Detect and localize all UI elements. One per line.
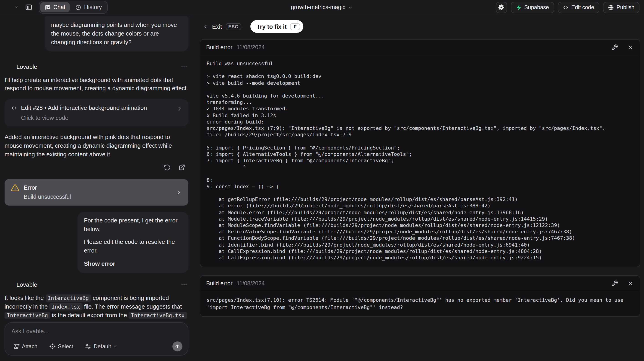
panel-header: Build error 11/08/2024 — [200, 40, 640, 55]
panel-left-icon — [25, 4, 32, 11]
debug-tools-button[interactable] — [611, 280, 618, 287]
panel-title: Build error — [206, 280, 232, 287]
lovable-diagnosis-text: It looks like the InteractiveBg componen… — [4, 294, 188, 319]
error-card-title: Error — [24, 184, 37, 191]
chevron-down-icon — [14, 5, 19, 9]
lovable-heart-icon — [4, 3, 13, 11]
close-panel-button[interactable] — [627, 280, 634, 287]
edit-card-28[interactable]: Edit #28 • Add interactive background an… — [4, 99, 188, 126]
exit-label: Exit — [212, 23, 222, 30]
edit-code-label: Edit code — [571, 4, 594, 10]
edit-card-title: Edit #28 • Add interactive background an… — [21, 104, 147, 111]
user-message-line: Please edit the code to resolve the erro… — [84, 238, 182, 255]
message-menu-button[interactable] — [179, 62, 188, 71]
chat-input[interactable] — [10, 327, 184, 335]
debug-tools-button[interactable] — [611, 43, 618, 51]
external-link-icon — [178, 164, 185, 171]
chevron-right-icon — [176, 189, 182, 196]
open-preview-button[interactable] — [178, 164, 186, 172]
error-card-subtitle: Build unsuccessful — [24, 194, 182, 200]
show-error-link[interactable]: Show error — [84, 260, 182, 269]
chat-history-tab-group: Chat History — [39, 1, 108, 14]
chevron-down-icon — [113, 344, 118, 349]
build-error-card[interactable]: Error Build unsuccessful — [4, 179, 188, 206]
message-actions — [4, 164, 188, 172]
ellipsis-icon — [180, 63, 187, 70]
close-icon — [627, 44, 634, 50]
chat-message-list[interactable]: maybe diagramming points and when you mo… — [0, 15, 193, 319]
user-message-text: maybe diagramming points and when you mo… — [51, 21, 182, 47]
close-panel-button[interactable] — [627, 43, 634, 51]
app-window: Chat History growth-metrics-magic Supaba… — [0, 0, 644, 361]
tab-chat-label: Chat — [53, 4, 66, 10]
settings-button[interactable] — [496, 1, 507, 13]
supabase-button[interactable]: Supabase — [510, 1, 554, 13]
supabase-bolt-icon — [516, 4, 522, 10]
crosshair-icon — [49, 343, 56, 350]
attach-label: Attach — [22, 343, 38, 350]
image-attach-icon — [13, 343, 20, 350]
mode-dropdown[interactable]: Default — [82, 343, 121, 350]
publish-button[interactable]: Publish — [603, 1, 640, 13]
panel-header: Build error 11/08/2024 — [200, 276, 640, 292]
publish-label: Publish — [616, 4, 634, 10]
warning-triangle-icon — [11, 184, 19, 192]
build-error-panel-2: Build error 11/08/2024 src/pages/Index.t… — [200, 276, 640, 317]
chevron-left-icon — [202, 23, 208, 29]
code-brackets-icon — [562, 4, 568, 10]
try-to-fix-label: Try to fix it — [256, 23, 286, 30]
edit-code-button[interactable]: Edit code — [558, 1, 599, 13]
rotate-ccw-icon — [164, 164, 170, 171]
fix-header: Exit ESC Try to fix it F — [200, 19, 640, 33]
tab-history[interactable]: History — [71, 2, 106, 12]
tab-chat[interactable]: Chat — [40, 2, 70, 12]
build-log: src/pages/Index.tsx(7,10): error TS2614:… — [206, 297, 634, 311]
lovable-summary-text: Added an interactive background with pin… — [4, 133, 188, 159]
tab-history-label: History — [84, 4, 102, 10]
code-brackets-icon — [11, 105, 17, 111]
arrow-up-icon — [175, 344, 180, 349]
chat-sidebar: maybe diagramming points and when you mo… — [0, 15, 194, 361]
select-label: Select — [58, 343, 73, 350]
chat-bubble-icon — [45, 4, 51, 10]
user-message: For the code present, I get the error be… — [78, 212, 188, 273]
panel-date: 11/08/2024 — [236, 280, 264, 287]
lovable-name: Lovable — [16, 282, 37, 288]
panel-title: Build error — [206, 44, 232, 50]
chat-composer: Attach Select Default — [4, 322, 188, 356]
restore-version-button[interactable] — [163, 164, 171, 172]
mode-label: Default — [94, 343, 111, 350]
lovable-heart-icon — [4, 281, 13, 289]
lovable-logo-menu[interactable] — [4, 3, 19, 11]
error-workspace: Exit ESC Try to fix it F Build error 11/… — [194, 15, 644, 361]
build-log: Build was unsuccessful > vite_react_shad… — [206, 61, 634, 261]
sliders-icon — [85, 343, 92, 350]
gear-icon — [498, 4, 504, 10]
edit-card-subtitle: Click to view code — [21, 114, 182, 121]
chevron-down-icon — [348, 5, 353, 10]
exit-button[interactable]: Exit ESC — [200, 22, 244, 30]
project-switcher[interactable]: growth-metrics-magic — [291, 0, 353, 14]
lovable-intro-text: I'll help create an interactive backgrou… — [4, 76, 188, 93]
chevron-right-icon — [176, 106, 183, 112]
user-message: maybe diagramming points and when you mo… — [45, 16, 188, 51]
f-key-badge: F — [290, 23, 300, 30]
collapse-sidebar-button[interactable] — [23, 2, 34, 13]
globe-icon — [608, 4, 614, 10]
select-element-button[interactable]: Select — [46, 343, 76, 350]
supabase-label: Supabase — [524, 4, 549, 10]
user-message-line: For the code present, I get the error be… — [84, 217, 182, 234]
lovable-heart-icon — [4, 63, 13, 71]
close-icon — [627, 280, 634, 287]
wrench-icon — [612, 44, 618, 50]
lovable-message-header: Lovable — [4, 62, 188, 71]
panel-date: 11/08/2024 — [236, 44, 264, 50]
attach-button[interactable]: Attach — [10, 343, 40, 350]
history-icon — [76, 4, 82, 10]
project-name: growth-metrics-magic — [291, 4, 346, 10]
esc-key-badge: ESC — [226, 23, 241, 30]
try-to-fix-button[interactable]: Try to fix it F — [250, 20, 303, 33]
wrench-icon — [612, 280, 618, 287]
send-button[interactable] — [172, 342, 182, 352]
message-menu-button[interactable] — [179, 280, 188, 290]
